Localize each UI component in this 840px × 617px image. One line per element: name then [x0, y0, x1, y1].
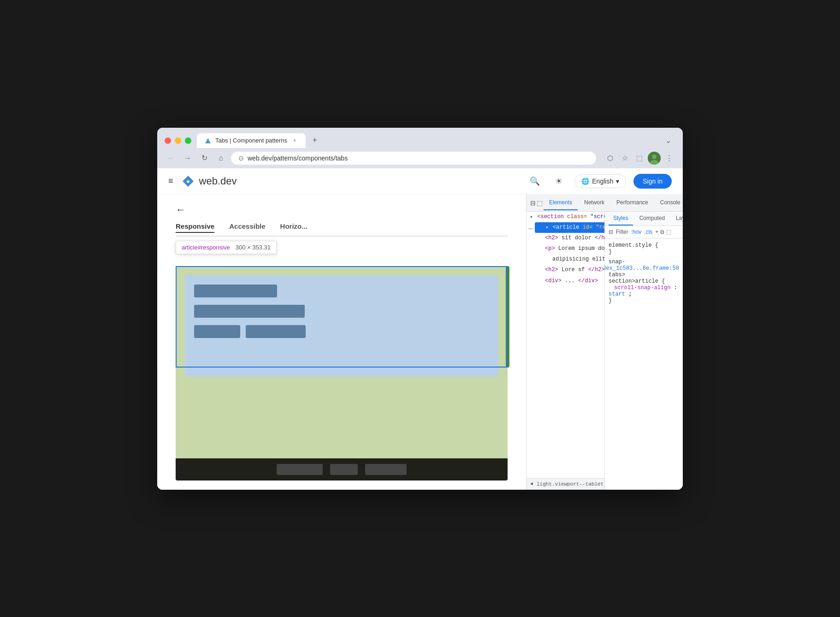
devtools-tab-console[interactable]: Console	[655, 196, 683, 210]
preview-scrollbar[interactable]	[506, 266, 509, 368]
dom-tag-h2: <h2>	[545, 235, 558, 241]
devtools-tab-elements[interactable]: Elements	[544, 196, 578, 210]
search-button[interactable]: 🔍	[526, 173, 543, 190]
address-text: web.dev/patterns/components/tabs	[248, 154, 589, 162]
filter-toggle-icon[interactable]: ⬚	[666, 229, 671, 235]
address-bar: ← → ↻ ⌂ ⊙ web.dev/patterns/components/ta…	[157, 148, 683, 168]
menu-icon[interactable]: ≡	[168, 176, 173, 186]
dom-line-p[interactable]: <p> Lorem ipsum dolor sit amet consectet	[526, 243, 604, 254]
breadcrumb-viewport[interactable]: light.viewport--tablet	[535, 481, 604, 488]
element-tooltip: article#responsive 300 × 353.31	[176, 241, 277, 254]
snap-selector-3: section>article {	[609, 278, 665, 285]
dom-attr-id-value: "responsive"	[596, 224, 604, 231]
extensions-icon[interactable]: ⬚	[633, 152, 646, 165]
style-rule-snap-source-line: snap- index_1c583...8e.frame:50	[609, 259, 679, 265]
tabs-dropdown-button[interactable]: ⌄	[661, 133, 675, 148]
style-rule-snap: snap- index_1c583...8e.frame:50 tabs> se…	[609, 259, 679, 304]
devtools-tab-performance[interactable]: Performance	[611, 196, 654, 210]
preview-block-2	[194, 305, 305, 318]
preview-block-small-1	[194, 325, 240, 338]
devtools-tab-network[interactable]: Network	[579, 196, 610, 210]
styles-content: element.style { } snap- index_1c583...8e…	[605, 238, 683, 311]
devtools-inspect-icon[interactable]: ⊟	[530, 195, 536, 211]
snap-selector-line3: section>article {	[609, 278, 679, 285]
close-button[interactable]	[165, 137, 171, 144]
dom-line-div[interactable]: <div> ... </div>	[526, 276, 604, 286]
refresh-button[interactable]: ↻	[198, 152, 211, 165]
browser-window: Tabs | Component patterns × + ⌄ ← → ↻ ⌂ …	[157, 128, 683, 490]
site-name: web.dev	[199, 175, 237, 187]
filter-copy-icon[interactable]: ⧉	[660, 229, 664, 235]
dom-tag-div: <div>	[545, 278, 562, 284]
dom-tag-p: <p>	[545, 245, 555, 252]
theme-toggle-button[interactable]: ☀	[550, 173, 567, 190]
dom-expand-article-icon: ▾	[546, 225, 549, 230]
dom-line-p-cont[interactable]: adipisicing elit </p>	[526, 254, 604, 265]
back-button[interactable]: ←	[165, 152, 177, 165]
dom-panel: ▸ <section class= "scroll-snap-x" > … ▾	[526, 212, 605, 490]
traffic-lights	[165, 137, 191, 144]
filter-hov[interactable]: :hov	[631, 229, 642, 235]
page-tabs: Responsive Accessible Horizo...	[176, 222, 508, 237]
dom-line-h2-1[interactable]: <h2> sit dolor </h2>	[526, 233, 604, 243]
dom-highlighted-row: … ▾ <article id= "responsive" > scroll =…	[526, 222, 604, 233]
language-selector[interactable]: 🌐 English ▾	[574, 174, 626, 188]
tabs-bar: Tabs | Component patterns × +	[197, 133, 655, 148]
dom-line-h2-2[interactable]: <h2> Lore sf </h2>	[526, 265, 604, 275]
main-area: ← Responsive Accessible Horizo... articl…	[157, 195, 683, 490]
snap-property-line: scroll-snap-align : start ;	[609, 285, 679, 297]
preview-area	[176, 266, 508, 481]
active-tab[interactable]: Tabs | Component patterns ×	[197, 133, 306, 148]
tab-responsive[interactable]: Responsive	[176, 222, 214, 233]
devtools-device-icon[interactable]: ⬚	[537, 195, 543, 211]
filter-add-icon[interactable]: +	[655, 229, 658, 235]
tab-horizonte[interactable]: Horizo...	[280, 222, 308, 232]
preview-block-1	[194, 285, 277, 297]
dom-tag-h2-2-close: </h2>	[588, 267, 604, 273]
language-dropdown-icon: ▾	[616, 178, 619, 185]
site-logo[interactable]: web.dev	[181, 174, 237, 189]
home-button[interactable]: ⌂	[214, 152, 227, 165]
maximize-button[interactable]	[185, 137, 191, 144]
site-header: ≡ web.dev 🔍 ☀ 🌐 English ▾ Sign in	[157, 168, 683, 195]
tooltip-selector: article#responsive	[182, 244, 230, 251]
new-tab-button[interactable]: +	[308, 133, 322, 148]
profile-avatar[interactable]	[648, 152, 661, 165]
tab-accessible[interactable]: Accessible	[229, 222, 265, 232]
breadcrumb-left-arrow[interactable]: ◄	[530, 481, 533, 486]
styles-filter-bar: ⊟ Filter :hov .cls + ⧉ ⬚	[605, 226, 683, 238]
styles-tab-layout[interactable]: Layout	[671, 212, 683, 225]
address-actions: ⬡ ☆ ⬚ ⋮	[603, 152, 675, 165]
browser-menu-icon[interactable]: ⋮	[663, 152, 675, 165]
snap-tabs-selector: snap-	[609, 259, 625, 265]
sign-in-button[interactable]: Sign in	[633, 174, 672, 189]
snap-source-link[interactable]: index_1c583...8e.frame:50	[605, 265, 679, 272]
minimize-button[interactable]	[175, 137, 181, 144]
avatar-icon	[648, 152, 661, 165]
dom-line-article-highlighted[interactable]: ▾ <article id= "responsive" > scroll == …	[535, 222, 604, 233]
tab-favicon-icon	[204, 137, 212, 144]
tooltip-size: 300 × 353.31	[236, 244, 271, 251]
globe-icon: 🌐	[581, 178, 589, 185]
dom-tag-div-close: </div>	[578, 278, 598, 284]
dom-dots-button[interactable]: …	[526, 222, 535, 232]
webdev-logo-icon	[181, 174, 195, 189]
dom-tree: ▸ <section class= "scroll-snap-x" > … ▾	[526, 212, 604, 478]
tab-close-button[interactable]: ×	[291, 137, 298, 144]
dom-tag-h2-close: </h2>	[595, 235, 604, 241]
open-tab-icon[interactable]: ⬡	[603, 152, 616, 165]
dom-line-section[interactable]: ▸ <section class= "scroll-snap-x" >	[526, 212, 604, 222]
address-input[interactable]: ⊙ web.dev/patterns/components/tabs	[231, 152, 596, 165]
back-arrow-button[interactable]: ←	[176, 204, 186, 216]
filter-cls[interactable]: .cls	[644, 229, 652, 235]
forward-button[interactable]: →	[181, 152, 194, 165]
devtools-body: ▸ <section class= "scroll-snap-x" > … ▾	[526, 212, 683, 490]
bookmark-icon[interactable]: ☆	[618, 152, 631, 165]
tab-title: Tabs | Component patterns	[215, 137, 287, 144]
page-content: ← Responsive Accessible Horizo... articl…	[157, 195, 526, 490]
preview-tab-1	[277, 464, 323, 475]
styles-tab-styles[interactable]: Styles	[609, 212, 633, 225]
style-close-brace: }	[609, 249, 612, 255]
styles-tab-computed[interactable]: Computed	[635, 212, 669, 225]
dom-text-p: Lorem ipsum dolor sit amet consectet	[558, 245, 604, 252]
